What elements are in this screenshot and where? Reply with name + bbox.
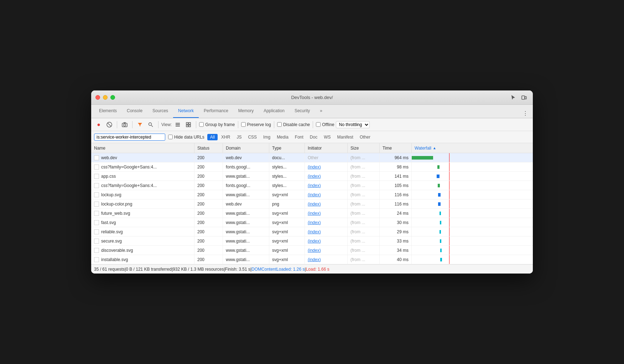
tab-network[interactable]: Network	[173, 104, 199, 118]
row-domain: www.gstati...	[223, 190, 269, 199]
filter-button[interactable]	[135, 120, 145, 129]
th-initiator[interactable]: Initiator	[305, 143, 348, 153]
record-button[interactable]: ●	[94, 120, 103, 129]
filter-font-button[interactable]: Font	[292, 134, 306, 140]
file-icon	[94, 155, 99, 160]
devtools-menu-icon[interactable]: ⋮	[521, 109, 530, 118]
filter-other-button[interactable]: Other	[357, 134, 373, 140]
filter-ws-button[interactable]: WS	[321, 134, 333, 140]
offline-checkbox[interactable]	[316, 122, 321, 127]
row-initiator: (index)	[305, 172, 348, 181]
tab-more[interactable]: »	[315, 104, 327, 118]
row-time: 964 ms	[380, 153, 412, 162]
row-waterfall	[412, 209, 533, 218]
file-icon	[94, 257, 99, 262]
filter-all-button[interactable]: All	[207, 134, 218, 140]
svg-rect-12	[189, 123, 191, 124]
th-name[interactable]: Name	[91, 143, 194, 153]
table-row[interactable]: installable.svg200www.gstati...svg+xml(i…	[91, 255, 533, 264]
th-waterfall[interactable]: Waterfall ▲	[412, 143, 533, 153]
th-size[interactable]: Size	[348, 143, 380, 153]
clear-button[interactable]	[105, 120, 114, 129]
row-size: (from ...	[348, 209, 380, 218]
row-status: 200	[194, 227, 223, 236]
table-row[interactable]: css?family=Google+Sans:4...200fonts.goog…	[91, 181, 533, 190]
camera-button[interactable]	[120, 120, 129, 129]
row-initiator: (index)	[305, 162, 348, 171]
table-row[interactable]: lockup.svg200www.gstati...svg+xml(index)…	[91, 190, 533, 199]
row-domain: www.gstati...	[223, 218, 269, 227]
search-button[interactable]	[146, 120, 155, 129]
waterfall-bar	[437, 165, 440, 169]
th-status[interactable]: Status	[194, 143, 223, 153]
th-time[interactable]: Time	[380, 143, 412, 153]
row-size: (from ...	[348, 153, 380, 162]
resources-size: 932 KB / 1.3 MB resources	[173, 267, 224, 272]
maximize-button[interactable]	[110, 95, 115, 100]
minimize-button[interactable]	[103, 95, 108, 100]
close-button[interactable]	[95, 95, 100, 100]
offline-label: Offline	[322, 122, 334, 127]
file-icon	[94, 211, 99, 216]
filter-css-button[interactable]: CSS	[245, 134, 260, 140]
tab-elements[interactable]: Elements	[94, 104, 122, 118]
devtools-content: ● View:	[91, 118, 533, 274]
waterfall-cell	[412, 181, 533, 190]
dom-content-loaded-marker	[449, 236, 449, 245]
disable-cache-checkbox[interactable]	[277, 122, 282, 127]
row-type: svg+xml	[269, 190, 305, 199]
row-domain: www.gstati...	[223, 209, 269, 218]
tab-performance[interactable]: Performance	[199, 104, 233, 118]
cursor-icon[interactable]	[509, 93, 518, 102]
table-row[interactable]: secure.svg200www.gstati...svg+xml(index)…	[91, 236, 533, 246]
group-by-frame-checkbox[interactable]	[199, 122, 204, 127]
row-domain: web.dev	[223, 153, 269, 162]
hide-data-urls-checkbox[interactable]	[168, 135, 173, 139]
row-time: 141 ms	[380, 172, 412, 181]
throttle-select[interactable]: No throttling	[336, 121, 370, 128]
tab-application[interactable]: Application	[259, 104, 290, 118]
table-row[interactable]: lockup-color.png200web.devpng(index)(fro…	[91, 199, 533, 209]
tab-memory[interactable]: Memory	[233, 104, 259, 118]
row-domain: fonts.googl...	[223, 162, 269, 171]
table-row[interactable]: reliable.svg200www.gstati...svg+xml(inde…	[91, 227, 533, 236]
waterfall-bar	[440, 258, 442, 261]
dom-content-loaded-marker	[449, 190, 449, 199]
filter-js-button[interactable]: JS	[234, 134, 244, 140]
preserve-log-checkbox[interactable]	[241, 122, 246, 127]
table-row[interactable]: css?family=Google+Sans:4...200fonts.goog…	[91, 162, 533, 172]
filter-doc-button[interactable]: Doc	[307, 134, 320, 140]
row-waterfall	[412, 199, 533, 208]
grouped-view-button[interactable]	[184, 120, 193, 129]
filter-media-button[interactable]: Media	[274, 134, 291, 140]
row-type: styles...	[269, 172, 305, 181]
waterfall-bar	[437, 175, 440, 178]
list-view-button[interactable]	[173, 120, 182, 129]
tab-security[interactable]: Security	[290, 104, 315, 118]
row-time: 40 ms	[380, 255, 412, 264]
table-row[interactable]: discoverable.svg200www.gstati...svg+xml(…	[91, 246, 533, 255]
device-icon[interactable]	[519, 93, 529, 102]
tab-sources[interactable]: Sources	[147, 104, 173, 118]
table-row[interactable]: future_web.svg200www.gstati...svg+xml(in…	[91, 209, 533, 218]
svg-rect-8	[176, 123, 180, 124]
row-domain: www.gstati...	[223, 227, 269, 236]
row-initiator: (index)	[305, 255, 348, 264]
tab-console[interactable]: Console	[122, 104, 147, 118]
row-domain: www.gstati...	[223, 172, 269, 181]
th-type[interactable]: Type	[269, 143, 305, 153]
filter-img-button[interactable]: Img	[260, 134, 273, 140]
filter-xhr-button[interactable]: XHR	[218, 134, 233, 140]
search-input[interactable]	[94, 134, 165, 141]
table-row[interactable]: app.css200www.gstati...styles...(index)(…	[91, 172, 533, 181]
file-icon	[94, 183, 99, 188]
th-domain[interactable]: Domain	[223, 143, 269, 153]
svg-rect-13	[186, 125, 188, 127]
divider-4	[196, 121, 196, 128]
table-row[interactable]: web.dev200web.devdocu...Other(from ...96…	[91, 153, 533, 162]
filter-manifest-button[interactable]: Manifest	[334, 134, 356, 140]
row-name: app.css	[101, 174, 116, 179]
file-icon	[94, 239, 99, 244]
group-by-frame-group: Group by frame	[199, 122, 235, 127]
table-row[interactable]: fast.svg200www.gstati...svg+xml(index)(f…	[91, 218, 533, 227]
